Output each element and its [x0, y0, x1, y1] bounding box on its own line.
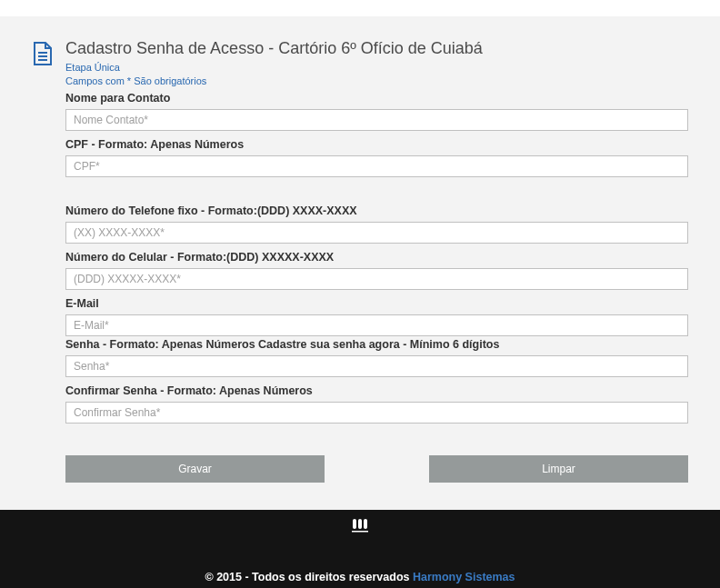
telefone-input[interactable]	[65, 222, 688, 244]
svg-rect-4	[358, 519, 362, 529]
confirmar-input[interactable]	[65, 402, 688, 424]
form-card: Cadastro Senha de Acesso - Cartório 6º O…	[0, 16, 720, 510]
celular-input[interactable]	[65, 268, 688, 290]
cpf-input[interactable]	[65, 155, 688, 177]
nome-input[interactable]	[65, 109, 688, 131]
senha-input[interactable]	[65, 355, 688, 377]
copyright-text: © 2015 - Todos os direitos reservados	[205, 571, 413, 583]
cpf-label: CPF - Formato: Apenas Números	[65, 138, 688, 151]
page-title: Cadastro Senha de Acesso - Cartório 6º O…	[65, 39, 688, 58]
svg-rect-5	[364, 519, 367, 529]
svg-rect-6	[352, 531, 368, 533]
footer: © 2015 - Todos os direitos reservados Ha…	[0, 510, 720, 588]
svg-rect-3	[353, 519, 356, 529]
nome-label: Nome para Contato	[65, 92, 688, 105]
telefone-label: Número do Telefone fixo - Formato:(DDD) …	[65, 204, 688, 217]
harmony-link[interactable]: Harmony Sistemas	[413, 571, 515, 583]
step-label: Etapa Única	[65, 62, 688, 73]
save-button[interactable]: Gravar	[65, 455, 325, 483]
email-label: E-Mail	[65, 297, 688, 310]
clear-button[interactable]: Limpar	[429, 455, 688, 483]
required-note: Campos com * São obrigatórios	[65, 75, 688, 86]
celular-label: Número do Celular - Formato:(DDD) XXXXX-…	[65, 251, 688, 264]
senha-label: Senha - Formato: Apenas Números Cadastre…	[65, 338, 688, 351]
logo-icon	[352, 517, 368, 536]
confirmar-label: Confirmar Senha - Formato: Apenas Número…	[65, 384, 688, 397]
document-icon	[32, 42, 52, 68]
email-input[interactable]	[65, 314, 688, 336]
